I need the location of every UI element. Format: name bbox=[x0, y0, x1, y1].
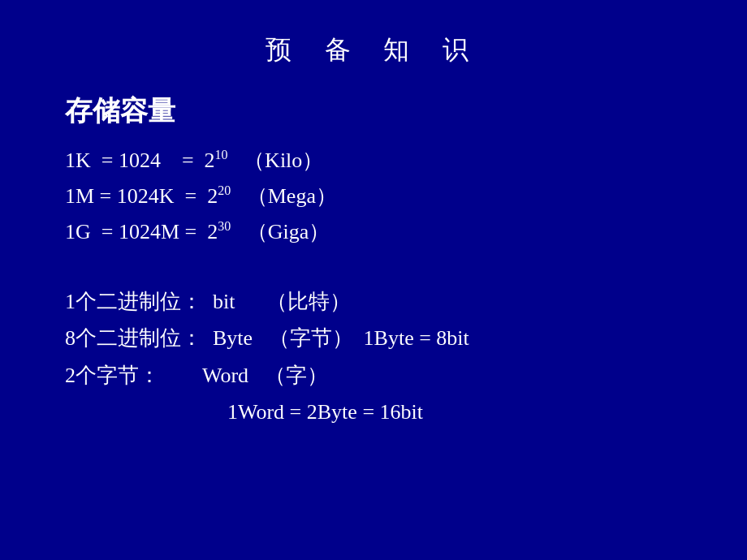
section-title: 存储容量 bbox=[65, 93, 682, 130]
word-formula: 1Word = 2Byte = 16bit bbox=[65, 394, 682, 431]
bit-line-word: 2个字节： Word （字） bbox=[65, 357, 682, 394]
bit-line-1: 1个二进制位： bit （比特） bbox=[65, 283, 682, 321]
formula-1k: 1K = 1024 = 210 （Kilo） bbox=[65, 143, 682, 179]
slide-title: 预 备 知 识 bbox=[65, 32, 682, 68]
formula-1g: 1G = 1024M = 230 （Giga） bbox=[65, 214, 682, 250]
slide-container: 预 备 知 识 存储容量 1K = 1024 = 210 （Kilo） 1M =… bbox=[0, 0, 747, 560]
bit-section: 1个二进制位： bit （比特） 8个二进制位： Byte （字节） 1Byte… bbox=[65, 283, 682, 431]
bit-line-8: 8个二进制位： Byte （字节） 1Byte = 8bit bbox=[65, 320, 682, 357]
storage-section: 存储容量 1K = 1024 = 210 （Kilo） 1M = 1024K =… bbox=[65, 93, 682, 251]
formula-1m: 1M = 1024K = 220 （Mega） bbox=[65, 179, 682, 214]
